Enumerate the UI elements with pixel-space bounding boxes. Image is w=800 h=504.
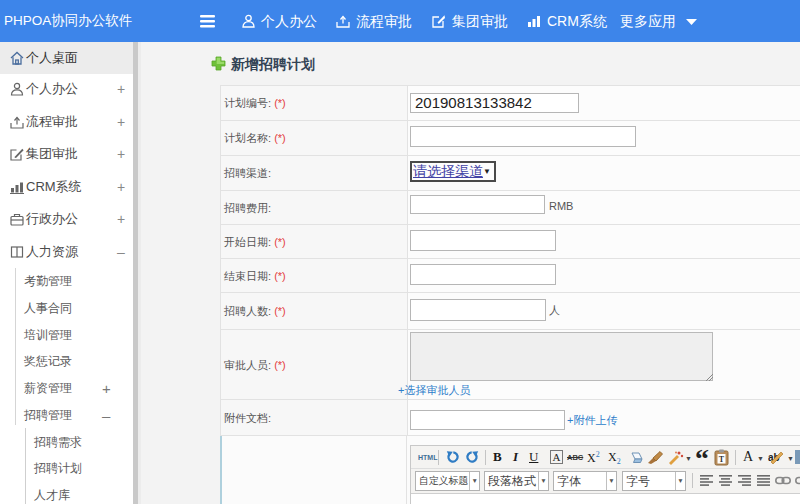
svg-text:T: T — [719, 455, 725, 464]
